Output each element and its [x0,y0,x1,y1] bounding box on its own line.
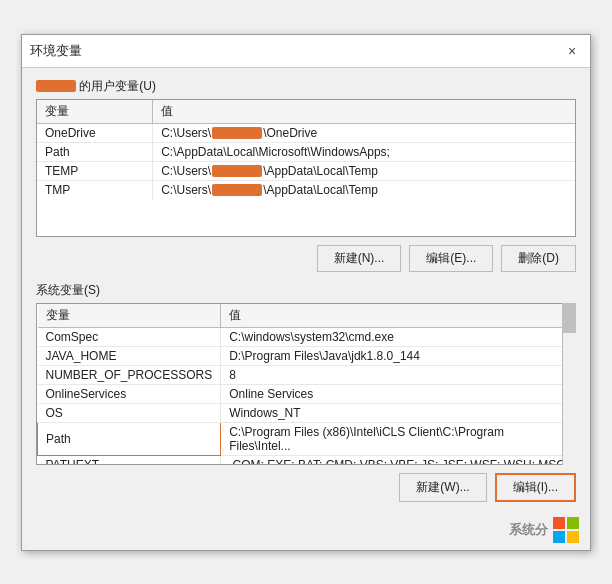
sys-var-cell: PATHEXT [38,455,221,465]
sys-col-var: 变量 [38,304,221,328]
svg-rect-0 [553,517,565,529]
sys-var-cell: ComSpec [38,327,221,346]
close-button[interactable]: × [562,41,582,61]
svg-rect-3 [567,531,579,543]
user-var-cell: OneDrive [37,123,153,142]
redacted-value [212,165,262,177]
sys-val-cell: C:\Program Files (x86)\Intel\iCLS Client… [221,422,573,455]
redacted-value [212,184,262,196]
user-new-button[interactable]: 新建(N)... [317,245,402,272]
sys-var-cell: JAVA_HOME [38,346,221,365]
user-table-row[interactable]: PathC:\AppData\Local\Microsoft\WindowsAp… [37,142,575,161]
user-variables-table: 变量 值 OneDriveC:\Users\ \OneDrivePathC:\A… [37,100,575,199]
user-variables-table-container: 变量 值 OneDriveC:\Users\ \OneDrivePathC:\A… [36,99,576,237]
system-variables-table: 变量 值 ComSpecC:\windows\system32\cmd.exeJ… [37,304,573,465]
sys-col-val: 值 [221,304,573,328]
scrollbar-thumb[interactable] [562,303,576,333]
window-title: 环境变量 [30,42,82,60]
sys-var-cell: OnlineServices [38,384,221,403]
system-variables-table-container: 变量 值 ComSpecC:\windows\system32\cmd.exeJ… [36,303,576,465]
sys-table-row[interactable]: PATHEXT.COM;.EXE;.BAT;.CMD;.VBS;.VBE;.JS… [38,455,574,465]
user-val-cell: C:\Users\ \OneDrive [153,123,575,142]
sys-val-cell: Windows_NT [221,403,573,422]
title-bar: 环境变量 × [22,35,590,68]
window-content: 的用户变量(U) 变量 值 OneDriveC:\Users\ \OneDriv… [22,68,590,514]
sys-table-row[interactable]: OnlineServicesOnline Services [38,384,574,403]
watermark-container: 系统分 [22,514,590,550]
sys-table-row[interactable]: OSWindows_NT [38,403,574,422]
sys-table-row[interactable]: JAVA_HOMED:\Program Files\Java\jdk1.8.0_… [38,346,574,365]
user-val-cell: C:\Users\ \AppData\Local\Temp [153,161,575,180]
user-val-cell: C:\Users\ \AppData\Local\Temp [153,180,575,199]
redacted-value [212,127,262,139]
user-delete-button[interactable]: 删除(D) [501,245,576,272]
sys-val-cell: 8 [221,365,573,384]
system-section-label: 系统变量(S) [36,282,576,299]
sys-table-row[interactable]: PathC:\Program Files (x86)\Intel\iCLS Cl… [38,422,574,455]
sys-var-cell: NUMBER_OF_PROCESSORS [38,365,221,384]
user-var-cell: TMP [37,180,153,199]
scrollbar-track[interactable] [562,303,576,465]
svg-rect-2 [553,531,565,543]
user-col-val: 值 [153,100,575,124]
user-table-row[interactable]: TMPC:\Users\ \AppData\Local\Temp [37,180,575,199]
environment-variables-window: 环境变量 × 的用户变量(U) 变量 值 OneDriveC:\Users\ \… [21,34,591,551]
user-table-row[interactable]: TEMPC:\Users\ \AppData\Local\Temp [37,161,575,180]
sys-val-cell: C:\windows\system32\cmd.exe [221,327,573,346]
user-section-label: 的用户变量(U) [36,78,576,95]
user-buttons-row: 新建(N)... 编辑(E)... 删除(D) [36,245,576,272]
svg-rect-1 [567,517,579,529]
sys-val-cell: Online Services [221,384,573,403]
sys-table-row[interactable]: ComSpecC:\windows\system32\cmd.exe [38,327,574,346]
user-table-header: 变量 值 [37,100,575,124]
sys-table-row[interactable]: NUMBER_OF_PROCESSORS8 [38,365,574,384]
user-var-cell: TEMP [37,161,153,180]
system-new-button[interactable]: 新建(W)... [399,473,486,502]
lower-wrapper: 变量 值 ComSpecC:\windows\system32\cmd.exeJ… [36,303,576,465]
system-buttons-row: 新建(W)... 编辑(I)... [36,473,576,502]
watermark-text: 系统分 [509,521,548,539]
sys-var-cell: Path [38,422,221,455]
system-edit-button[interactable]: 编辑(I)... [495,473,576,502]
sys-val-cell: .COM;.EXE;.BAT;.CMD;.VBS;.VBE;.JS;.JSE;.… [221,455,573,465]
user-table-row[interactable]: OneDriveC:\Users\ \OneDrive [37,123,575,142]
title-bar-controls: × [562,41,582,61]
windows-logo-icon [552,516,580,544]
user-col-var: 变量 [37,100,153,124]
sys-var-cell: OS [38,403,221,422]
user-edit-button[interactable]: 编辑(E)... [409,245,493,272]
user-var-cell: Path [37,142,153,161]
sys-val-cell: D:\Program Files\Java\jdk1.8.0_144 [221,346,573,365]
system-table-header: 变量 值 [38,304,574,328]
user-val-cell: C:\AppData\Local\Microsoft\WindowsApps; [153,142,575,161]
